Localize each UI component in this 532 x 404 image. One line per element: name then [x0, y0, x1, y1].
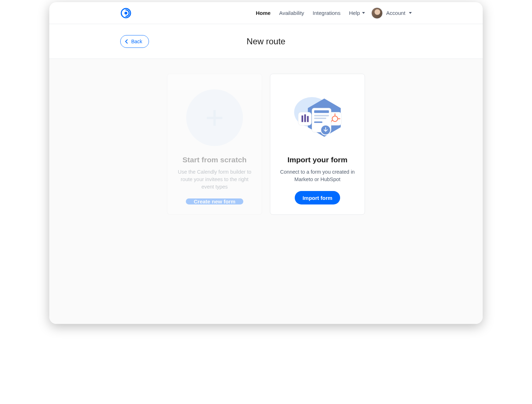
page-title: New route — [246, 37, 285, 46]
card-description: Use the Calendly form builder to route y… — [176, 168, 253, 191]
nav-help-label: Help — [349, 10, 360, 16]
svg-rect-15 — [314, 110, 329, 113]
card-import-form[interactable]: Import your form Connect to a form you c… — [270, 74, 365, 215]
nav-help[interactable]: Help — [349, 10, 365, 16]
plus-circle-icon: + — [184, 88, 245, 148]
svg-rect-7 — [307, 116, 309, 122]
svg-rect-18 — [314, 122, 322, 123]
import-form-button[interactable]: Import form — [295, 191, 340, 204]
option-cards: + Start from scratch Use the Calendly fo… — [49, 74, 483, 215]
card-start-from-scratch[interactable]: + Start from scratch Use the Calendly fo… — [167, 74, 262, 215]
content-area: + Start from scratch Use the Calendly fo… — [49, 59, 483, 324]
account-menu[interactable]: Account — [371, 7, 412, 19]
back-button-label: Back — [131, 39, 142, 44]
svg-rect-5 — [301, 116, 303, 122]
chevron-left-icon — [125, 39, 128, 44]
back-button[interactable]: Back — [120, 35, 149, 48]
create-new-form-button[interactable]: Create new form — [186, 198, 243, 204]
svg-rect-16 — [314, 115, 329, 116]
nav-integrations[interactable]: Integrations — [313, 10, 340, 16]
top-navbar: Home Availability Integrations Help Acco… — [49, 2, 483, 24]
subheader: Back New route — [49, 24, 483, 59]
svg-rect-17 — [314, 118, 326, 119]
card-title: Start from scratch — [183, 156, 247, 164]
card-description: Connect to a form you created in Marketo… — [279, 168, 356, 183]
calendly-logo-icon[interactable] — [120, 7, 132, 19]
app-frame: Home Availability Integrations Help Acco… — [49, 2, 483, 324]
nav-links: Home Availability Integrations Help — [256, 10, 365, 16]
svg-point-1 — [124, 12, 127, 15]
chevron-down-icon — [362, 12, 365, 14]
nav-home[interactable]: Home — [256, 10, 271, 16]
card-title: Import your form — [287, 156, 347, 164]
svg-rect-6 — [304, 114, 306, 122]
import-form-illustration — [287, 88, 348, 148]
account-label: Account — [386, 10, 405, 16]
nav-availability[interactable]: Availability — [279, 10, 304, 16]
chevron-down-icon — [409, 12, 412, 14]
avatar — [371, 7, 383, 19]
